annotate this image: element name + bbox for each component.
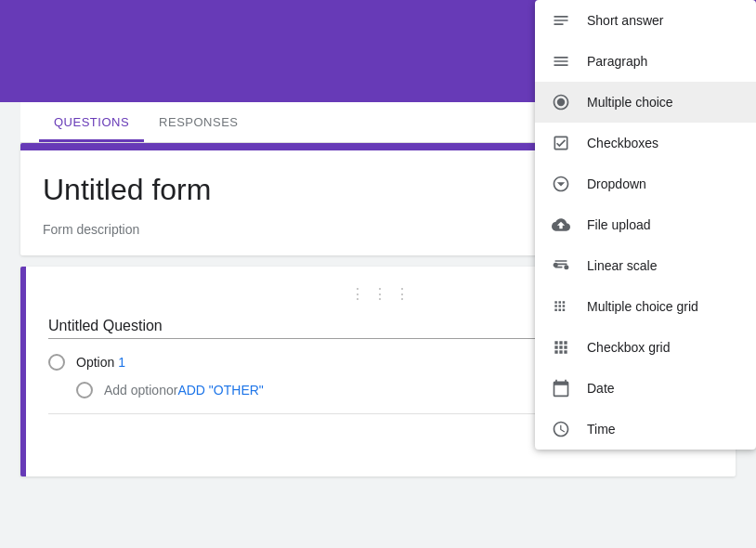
file-upload-icon: [550, 214, 572, 236]
date-label: Date: [587, 381, 615, 396]
dropdown-icon: [550, 173, 572, 195]
checkboxes-icon: [550, 132, 572, 154]
dropdown-menu: Short answer Paragraph Multiple choice C…: [535, 0, 756, 450]
menu-item-dropdown[interactable]: Dropdown: [535, 163, 756, 204]
linear-scale-label: Linear scale: [587, 258, 658, 273]
dropdown-label: Dropdown: [587, 176, 646, 191]
paragraph-icon: [550, 50, 572, 72]
option-1-number: 1: [118, 355, 125, 370]
svg-point-1: [564, 265, 568, 269]
radio-placeholder: [76, 382, 93, 398]
checkboxes-label: Checkboxes: [587, 136, 658, 150]
file-upload-label: File upload: [587, 217, 651, 232]
date-icon: [550, 377, 572, 399]
time-label: Time: [587, 422, 616, 437]
short-answer-label: Short answer: [587, 13, 663, 28]
add-other-button[interactable]: ADD "OTHER": [177, 383, 263, 398]
menu-item-checkbox-grid[interactable]: Checkbox grid: [535, 327, 756, 368]
tab-responses[interactable]: RESPONSES: [144, 102, 253, 142]
linear-scale-icon: [550, 254, 572, 277]
menu-item-date[interactable]: Date: [535, 368, 756, 409]
option-1-text: Option 1: [76, 355, 125, 370]
checkbox-grid-icon: [550, 336, 572, 359]
multiple-choice-grid-icon: [550, 295, 572, 318]
menu-item-time[interactable]: Time: [535, 409, 756, 450]
short-answer-icon: [550, 9, 572, 32]
checkbox-grid-label: Checkbox grid: [587, 340, 671, 355]
add-option-text[interactable]: Add option: [104, 383, 166, 398]
time-icon: [550, 418, 572, 440]
tab-questions[interactable]: QUESTIONS: [39, 102, 144, 142]
multiple-choice-icon: [550, 91, 572, 113]
menu-item-short-answer[interactable]: Short answer: [535, 0, 756, 41]
add-option-or: or: [166, 383, 177, 398]
menu-item-checkboxes[interactable]: Checkboxes: [535, 123, 756, 163]
menu-item-multiple-choice-grid[interactable]: Multiple choice grid: [535, 286, 756, 327]
multiple-choice-grid-label: Multiple choice grid: [587, 299, 698, 314]
radio-option-1[interactable]: [48, 354, 65, 371]
menu-item-paragraph[interactable]: Paragraph: [535, 41, 756, 82]
paragraph-label: Paragraph: [587, 54, 647, 69]
svg-point-0: [557, 98, 565, 106]
multiple-choice-label: Multiple choice: [587, 95, 673, 110]
menu-item-file-upload[interactable]: File upload: [535, 204, 756, 245]
menu-item-linear-scale[interactable]: Linear scale: [535, 245, 756, 286]
svg-point-2: [554, 263, 558, 267]
menu-item-multiple-choice[interactable]: Multiple choice: [535, 82, 756, 123]
